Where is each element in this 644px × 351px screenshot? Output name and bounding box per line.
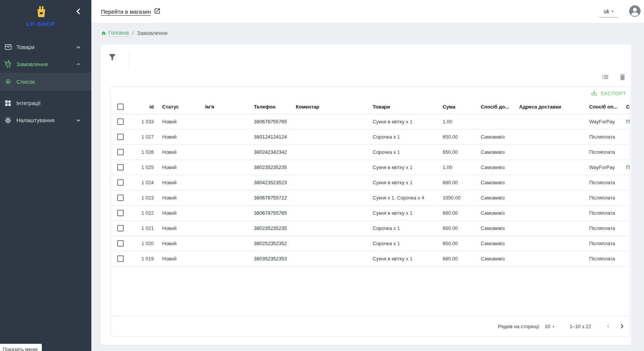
column-header-products[interactable]: Товари (365, 104, 435, 110)
sidebar-item-products[interactable]: Товари (0, 38, 91, 56)
filter-funnel-icon (108, 53, 117, 63)
cell-payment-status: Пі (618, 119, 630, 124)
cell-id: 1 019 (132, 256, 155, 262)
cell-status: Новий (155, 149, 198, 155)
cell-status: Новий (155, 256, 198, 262)
cell-phone: 380235235235 (246, 225, 288, 231)
cell-phone: 380678755765 (246, 119, 288, 124)
cell-products: Сорочка x 1 (365, 134, 435, 140)
row-checkbox[interactable] (117, 149, 124, 155)
rows-per-page-value: 10 (545, 324, 550, 329)
filter-button[interactable] (108, 53, 123, 68)
cell-delivery-method: Самовивіз (473, 180, 512, 185)
trash-icon[interactable] (617, 72, 627, 82)
sidebar-item-settings[interactable]: Налаштування (0, 112, 91, 129)
row-checkbox[interactable] (117, 195, 124, 201)
previous-page-button[interactable] (605, 323, 612, 330)
select-all-checkbox[interactable] (117, 104, 124, 110)
table-row[interactable]: 1 025Новий380235235235Сукня в квітку x 1… (110, 160, 630, 175)
column-header-phone[interactable]: Телефон (246, 104, 288, 110)
cell-sum: 1.00 (435, 164, 473, 170)
cell-products: Сукня в квітку x 1 (365, 256, 435, 262)
column-header-status[interactable]: Статус (155, 104, 198, 110)
column-header-id[interactable]: id (132, 104, 155, 110)
column-header-comment[interactable]: Коментар (288, 104, 365, 110)
row-checkbox[interactable] (117, 134, 124, 140)
checkbox-cell (110, 164, 132, 171)
sidebar-item-label: Інтеграції (16, 100, 41, 106)
cell-id: 1 027 (132, 134, 155, 140)
sidebar-item-orders[interactable]: Замовлення (0, 56, 91, 73)
rows-per-page-label: Рядків на сторінці: (498, 324, 540, 329)
rows-per-page-select[interactable]: 10 ▾ (545, 324, 555, 329)
checkbox-cell (110, 104, 132, 110)
table-empty-area (110, 266, 630, 316)
content-panel: ЕКСПОРТ idСтатусІм'яТелефонКоментарТовар… (101, 45, 631, 345)
table-row[interactable]: 1 023Новий380678755722Сукня x 1, Сорочка… (110, 190, 630, 206)
cell-payment-method: WayForPay (582, 119, 618, 124)
table-row[interactable]: 1 024Новий380423523523Сукня в квітку x 1… (110, 175, 630, 190)
column-header-payment-method[interactable]: Спосіб оп... (582, 104, 618, 110)
sidebar-menu: Товари Замовлення (0, 38, 91, 129)
cell-payment-method: Післяплата (582, 180, 618, 185)
cell-payment-method: Післяплата (582, 210, 618, 216)
table-row[interactable]: 1 027Новий380124124124Сорочка x 1650.00С… (110, 129, 630, 145)
cell-payment-method: WayForPay (582, 164, 618, 170)
table-row[interactable]: 1 033Новий380678755765Сукня в квітку x 1… (110, 114, 630, 129)
next-page-button[interactable] (618, 323, 625, 330)
cell-phone: 380678755765 (246, 210, 288, 216)
table-body: 1 033Новий380678755765Сукня в квітку x 1… (110, 114, 630, 266)
row-checkbox[interactable] (117, 255, 124, 262)
column-header-name[interactable]: Ім'я (198, 104, 246, 110)
collapse-sidebar-button[interactable] (74, 7, 83, 16)
export-label: ЕКСПОРТ (601, 91, 626, 96)
cell-products: Сорочка x 1 (365, 225, 435, 231)
row-checkbox[interactable] (117, 118, 124, 125)
checkbox-cell (110, 179, 132, 186)
cell-status: Новий (155, 180, 198, 185)
table-row[interactable]: 1 020Новий380252352352Сорочка x 1650.00С… (110, 236, 630, 251)
column-list-icon[interactable] (600, 72, 610, 82)
column-header-sum[interactable]: Сума (435, 104, 473, 110)
row-checkbox[interactable] (117, 210, 124, 216)
row-checkbox[interactable] (117, 179, 124, 186)
cell-sum: 650.00 (435, 134, 473, 140)
row-checkbox[interactable] (117, 240, 124, 247)
column-header-delivery-method[interactable]: Спосіб до... (473, 104, 512, 110)
cell-products: Сукня в квітку x 1 (365, 164, 435, 170)
export-button[interactable]: ЕКСПОРТ (591, 89, 626, 97)
cell-payment-method: Післяплата (582, 225, 618, 231)
table-row[interactable]: 1 021Новий380235235235Сорочка x 1650.00С… (110, 221, 630, 236)
table-header-row: idСтатусІм'яТелефонКоментарТовариСумаСпо… (110, 100, 630, 114)
table-row[interactable]: 1 019Новий380352352353Сукня в квітку x 1… (110, 251, 630, 266)
orders-table-card: ЕКСПОРТ idСтатусІм'яТелефонКоментарТовар… (110, 86, 630, 337)
checkbox-cell (110, 255, 132, 262)
column-header-delivery-address[interactable]: Адреса доставки (512, 104, 582, 110)
cell-status: Новий (155, 225, 198, 231)
chevron-down-icon (75, 44, 81, 50)
cell-id: 1 024 (132, 180, 155, 185)
breadcrumb-home-link[interactable]: Головна (108, 30, 129, 37)
cell-delivery-method: Самовивіз (473, 164, 512, 170)
sidebar-item-list[interactable]: Список (0, 73, 91, 91)
table-row[interactable]: 1 022Новий380678755765Сукня в квітку x 1… (110, 206, 630, 221)
cell-id: 1 023 (132, 195, 155, 201)
go-to-shop-link[interactable]: Перейти в магазин (101, 8, 161, 16)
row-checkbox[interactable] (117, 225, 124, 231)
account-avatar-button[interactable] (629, 5, 641, 17)
column-header-payment-status[interactable]: Ст (618, 104, 630, 110)
cell-delivery-method: Самовивіз (473, 195, 512, 201)
cell-phone: 380124124124 (246, 134, 288, 140)
cart-plus-icon (4, 60, 12, 69)
sidebar-item-integrations[interactable]: Інтеграції (0, 94, 91, 112)
cell-products: Сукня в квітку x 1 (365, 119, 435, 124)
cell-phone: 380423523523 (246, 180, 288, 185)
caret-down-icon: ▾ (612, 9, 614, 13)
cell-id: 1 020 (132, 241, 155, 246)
language-select[interactable]: uk ▾ (599, 5, 618, 18)
row-checkbox[interactable] (117, 164, 124, 171)
table-row[interactable]: 1 026Новий380242342342Сорочка x 1650.00С… (110, 145, 630, 160)
language-value: uk (604, 8, 609, 14)
show-menu-tooltip: Показать меню (0, 344, 42, 351)
cell-products: Сукня в квітку x 1 (365, 180, 435, 185)
